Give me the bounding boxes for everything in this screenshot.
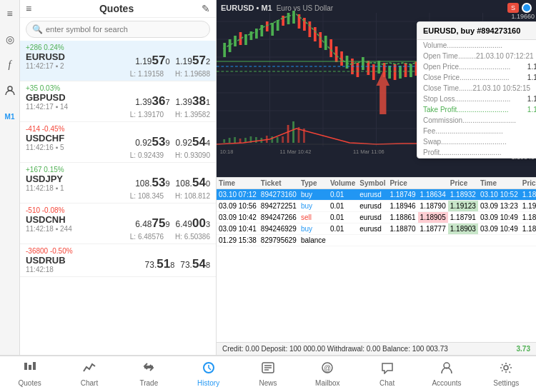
search-icon: 🔍 <box>32 24 43 34</box>
trade-popup-swap: Swap................................. 0.… <box>417 136 536 147</box>
quotes-search: 🔍 <box>20 18 216 41</box>
svg-rect-32 <box>319 32 322 48</box>
gbpusd-ask: 1.39381 <box>176 94 210 109</box>
nav-quotes[interactable]: Quotes <box>0 356 59 392</box>
nav-chart[interactable]: Chart <box>59 356 119 392</box>
usdcnh-ask: 6.49003 <box>176 216 210 231</box>
col-volume: Volume <box>328 178 357 189</box>
eurusd-bid: 1.19570 <box>135 54 169 68</box>
cell-type: buy <box>299 223 328 235</box>
gbpusd-time: 11:42:17 ▪ 14 <box>26 103 68 111</box>
nav-chat[interactable]: Chat <box>357 356 417 392</box>
history-nav-icon <box>202 361 216 378</box>
trade-popup-commission: Commission........................... 0.… <box>417 115 536 126</box>
cell-type: buy <box>299 189 328 201</box>
chart-sell-btn[interactable]: S <box>507 3 519 13</box>
table-row[interactable]: 03.09 10:56 894272251 buy 0.01 eurusd 1.… <box>217 201 536 212</box>
col-time2: Time <box>478 178 520 189</box>
svg-rect-31 <box>314 27 317 41</box>
user-icon[interactable] <box>2 83 18 99</box>
quote-item-usdchf[interactable]: -414 -0.45% USDCHF 11:42:16 ▪ 5 0.92539 <box>20 122 216 163</box>
nav-accounts[interactable]: Accounts <box>417 356 476 392</box>
cell-price2 <box>418 235 448 246</box>
cell-price1: 1.18946 <box>387 201 417 212</box>
svg-rect-28 <box>298 14 301 29</box>
history-table: Time Ticket Type Volume Symbol Price Pri… <box>217 178 536 246</box>
usdjpy-bid: 108.539 <box>135 176 169 190</box>
svg-rect-19 <box>250 31 253 40</box>
quote-item-eurusd[interactable]: +286 0.24% EURUSD 11:42:17 ▪ 2 1.19570 <box>20 41 216 81</box>
nav-trade[interactable]: Trade <box>119 356 179 392</box>
quotes-panel: ≡ Quotes ✎ 🔍 +286 0.24% E <box>20 0 217 355</box>
svg-text:@: @ <box>324 364 331 372</box>
chart-description: Euro vs US Dollar <box>277 4 333 12</box>
search-input[interactable] <box>46 25 174 34</box>
cell-closeprice: 1.18932 <box>520 189 536 201</box>
trade-popup-fee: Fee.................................. 0.… <box>417 126 536 136</box>
usdchf-symbol: USDCHF <box>26 133 64 144</box>
nav-history[interactable]: History <box>179 356 238 392</box>
trade-popup: EURUSD, buy #894273160 Volume...........… <box>417 21 536 159</box>
trade-popup-header: EURUSD, buy #894273160 <box>417 22 536 40</box>
cell-time2: 03.09 13:23 <box>478 201 520 212</box>
cell-price3: 1.18791 <box>448 212 478 223</box>
cell-ticket: 894273160 <box>259 189 299 201</box>
hamburger-icon[interactable]: ≡ <box>26 3 31 14</box>
cell-symbol: eurusd <box>357 189 387 201</box>
svg-text:10:18: 10:18 <box>220 149 234 155</box>
table-row[interactable]: 03.09 10:41 894246929 buy 0.01 eurusd 1.… <box>217 223 536 235</box>
svg-rect-83 <box>287 125 289 143</box>
quote-top-gbp: +35 0.03% <box>26 84 210 92</box>
usdcnh-symbol: USDCNH <box>26 214 72 225</box>
nav-history-label: History <box>197 379 219 387</box>
quote-item-usdjpy[interactable]: +167 0.15% USDJPY 11:42:18 ▪ 1 108.539 <box>20 163 216 203</box>
svg-rect-39 <box>357 63 359 77</box>
quote-item-usdcnh[interactable]: -510 -0.08% USDCNH 11:42:18 ▪ 244 6.4875… <box>20 203 216 244</box>
cell-volume: 0.01 <box>328 212 357 223</box>
table-row[interactable]: 03.10 07:12 894273160 buy 0.01 eurusd 1.… <box>217 189 536 201</box>
cell-ticket: 894272251 <box>259 201 299 212</box>
m1-badge[interactable]: M1 <box>2 109 18 124</box>
usdchf-time: 11:42:16 ▪ 5 <box>26 144 64 151</box>
left-sidebar: ≡ ◎ f M1 <box>0 0 20 355</box>
cell-price1: 1.18749 <box>387 189 417 201</box>
usdjpy-symbol: USDJPY <box>26 174 64 184</box>
chat-nav-icon <box>380 361 394 378</box>
credit-profit: 3.73 <box>517 345 530 353</box>
function-icon[interactable]: f <box>2 57 18 73</box>
usdcnh-time: 11:42:18 ▪ 244 <box>26 225 72 233</box>
quote-item-usdrub[interactable]: -36800 -0.50% USDRUB 11:42:18 73.518 <box>20 244 216 277</box>
usdchf-high: H: 0.93090 <box>175 151 210 159</box>
menu-icon[interactable]: ≡ <box>2 6 18 21</box>
cell-ticket: 894247266 <box>259 212 299 223</box>
nav-mailbox[interactable]: @ Mailbox <box>298 356 357 392</box>
watchlist-icon[interactable]: ◎ <box>2 31 18 47</box>
cell-price1: 1.18870 <box>387 223 417 235</box>
cell-price2: 1.18634 <box>418 189 448 201</box>
quote-item-gbpusd[interactable]: +35 0.03% GBPUSD 11:42:17 ▪ 14 1.39367 <box>20 81 216 122</box>
cell-time: 03.09 10:56 <box>217 201 259 212</box>
nav-quotes-label: Quotes <box>19 379 41 387</box>
chart-settings-icon[interactable] <box>522 3 532 13</box>
chart-symbol: EURUSD • M1 <box>221 4 272 12</box>
svg-text:11 Mar 10:42: 11 Mar 10:42 <box>279 149 311 155</box>
usdjpy-low: L: 108.345 <box>130 192 164 200</box>
cell-ticket: 829795629 <box>259 235 299 246</box>
gbpusd-symbol: GBPUSD <box>26 92 68 103</box>
edit-icon[interactable]: ✎ <box>202 3 210 14</box>
usdrub-change: -36800 -0.50% <box>26 247 73 255</box>
nav-news[interactable]: News <box>238 356 297 392</box>
usdrub-time: 11:42:18 <box>26 266 66 273</box>
nav-chart-label: Chart <box>81 379 98 387</box>
nav-settings[interactable]: Settings <box>477 356 536 392</box>
history-table-container[interactable]: Time Ticket Type Volume Symbol Price Pri… <box>217 178 536 342</box>
table-row[interactable]: 03.09 10:42 894247266 sell 0.01 eurusd 1… <box>217 212 536 223</box>
svg-rect-16 <box>234 36 237 46</box>
table-row[interactable]: 01.29 15:38 829795629 balance <box>217 235 536 246</box>
cell-time2 <box>478 235 520 246</box>
svg-rect-48 <box>405 63 407 77</box>
eurusd-high: H: 1.19688 <box>175 70 210 78</box>
history-table-header: Time Ticket Type Volume Symbol Price Pri… <box>217 178 536 189</box>
bottom-nav: Quotes Chart Trade History News <box>0 355 536 392</box>
cell-volume <box>328 235 357 246</box>
